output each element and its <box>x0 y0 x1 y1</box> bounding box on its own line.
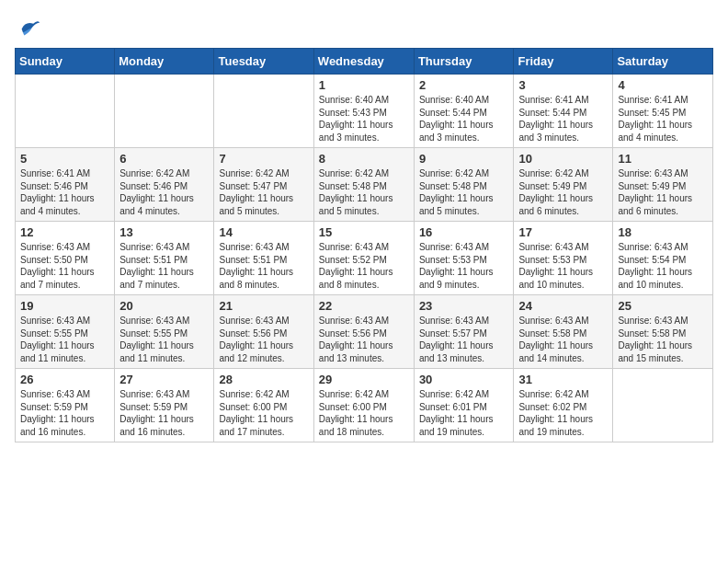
day-number: 9 <box>419 152 509 166</box>
calendar-cell: 15Sunrise: 6:43 AMSunset: 5:52 PMDayligh… <box>313 222 414 295</box>
week-row-5: 26Sunrise: 6:43 AMSunset: 5:59 PMDayligh… <box>16 369 713 442</box>
day-number: 22 <box>319 299 409 313</box>
cell-content: Sunrise: 6:40 AMSunset: 5:44 PMDaylight:… <box>419 94 509 144</box>
calendar-cell: 28Sunrise: 6:42 AMSunset: 6:00 PMDayligh… <box>214 369 313 442</box>
calendar-cell: 2Sunrise: 6:40 AMSunset: 5:44 PMDaylight… <box>414 75 514 148</box>
day-number: 3 <box>518 78 608 92</box>
cell-content: Sunrise: 6:43 AMSunset: 5:53 PMDaylight:… <box>518 241 608 291</box>
day-number: 14 <box>219 225 308 239</box>
calendar-cell: 14Sunrise: 6:43 AMSunset: 5:51 PMDayligh… <box>214 222 313 295</box>
calendar-cell: 29Sunrise: 6:42 AMSunset: 6:00 PMDayligh… <box>313 369 414 442</box>
calendar-cell <box>16 75 115 148</box>
header-day-tuesday: Tuesday <box>214 49 313 75</box>
day-number: 11 <box>618 152 708 166</box>
calendar-cell: 23Sunrise: 6:43 AMSunset: 5:57 PMDayligh… <box>414 295 514 369</box>
day-number: 8 <box>319 152 409 166</box>
cell-content: Sunrise: 6:42 AMSunset: 6:00 PMDaylight:… <box>219 388 308 438</box>
header-day-monday: Monday <box>115 49 214 75</box>
week-row-1: 1Sunrise: 6:40 AMSunset: 5:43 PMDaylight… <box>16 75 713 148</box>
cell-content: Sunrise: 6:42 AMSunset: 5:46 PMDaylight:… <box>119 167 209 217</box>
cell-content: Sunrise: 6:43 AMSunset: 5:49 PMDaylight:… <box>618 167 708 217</box>
cell-content: Sunrise: 6:43 AMSunset: 5:56 PMDaylight:… <box>219 315 308 364</box>
cell-content: Sunrise: 6:43 AMSunset: 5:51 PMDaylight:… <box>119 241 209 291</box>
header-row: SundayMondayTuesdayWednesdayThursdayFrid… <box>16 49 713 75</box>
cell-content: Sunrise: 6:43 AMSunset: 5:54 PMDaylight:… <box>618 241 708 291</box>
header-day-wednesday: Wednesday <box>313 49 414 75</box>
cell-content: Sunrise: 6:43 AMSunset: 5:58 PMDaylight:… <box>618 315 708 364</box>
day-number: 25 <box>618 299 708 313</box>
calendar-cell: 5Sunrise: 6:41 AMSunset: 5:46 PMDaylight… <box>16 148 115 222</box>
calendar-cell: 31Sunrise: 6:42 AMSunset: 6:02 PMDayligh… <box>514 369 613 442</box>
cell-content: Sunrise: 6:42 AMSunset: 6:01 PMDaylight:… <box>419 388 509 438</box>
day-number: 20 <box>119 299 209 313</box>
day-number: 10 <box>518 152 608 166</box>
header-day-friday: Friday <box>514 49 613 75</box>
cell-content: Sunrise: 6:43 AMSunset: 5:55 PMDaylight:… <box>119 315 209 364</box>
cell-content: Sunrise: 6:43 AMSunset: 5:55 PMDaylight:… <box>20 315 109 364</box>
cell-content: Sunrise: 6:42 AMSunset: 5:47 PMDaylight:… <box>219 167 308 217</box>
cell-content: Sunrise: 6:43 AMSunset: 5:53 PMDaylight:… <box>419 241 509 291</box>
calendar-cell: 25Sunrise: 6:43 AMSunset: 5:58 PMDayligh… <box>613 295 713 369</box>
calendar-cell: 10Sunrise: 6:42 AMSunset: 5:49 PMDayligh… <box>514 148 613 222</box>
calendar-cell: 22Sunrise: 6:43 AMSunset: 5:56 PMDayligh… <box>313 295 414 369</box>
cell-content: Sunrise: 6:43 AMSunset: 5:52 PMDaylight:… <box>319 241 409 291</box>
day-number: 29 <box>319 373 409 386</box>
day-number: 4 <box>618 78 708 92</box>
cell-content: Sunrise: 6:42 AMSunset: 6:02 PMDaylight:… <box>518 388 608 438</box>
cell-content: Sunrise: 6:42 AMSunset: 6:00 PMDaylight:… <box>319 388 409 438</box>
day-number: 5 <box>20 152 109 166</box>
calendar-cell: 4Sunrise: 6:41 AMSunset: 5:45 PMDaylight… <box>613 75 713 148</box>
calendar-cell: 18Sunrise: 6:43 AMSunset: 5:54 PMDayligh… <box>613 222 713 295</box>
cell-content: Sunrise: 6:42 AMSunset: 5:48 PMDaylight:… <box>419 167 509 217</box>
day-number: 23 <box>419 299 509 313</box>
calendar-cell <box>214 75 313 148</box>
day-number: 28 <box>219 373 308 386</box>
day-number: 27 <box>119 373 209 386</box>
calendar-cell: 20Sunrise: 6:43 AMSunset: 5:55 PMDayligh… <box>115 295 214 369</box>
day-number: 15 <box>319 225 409 239</box>
day-number: 21 <box>219 299 308 313</box>
logo <box>15 15 42 40</box>
calendar-cell: 12Sunrise: 6:43 AMSunset: 5:50 PMDayligh… <box>16 222 115 295</box>
calendar-cell: 30Sunrise: 6:42 AMSunset: 6:01 PMDayligh… <box>414 369 514 442</box>
calendar-cell <box>115 75 214 148</box>
day-number: 16 <box>419 225 509 239</box>
day-number: 18 <box>618 225 708 239</box>
calendar-cell: 1Sunrise: 6:40 AMSunset: 5:43 PMDaylight… <box>313 75 414 148</box>
cell-content: Sunrise: 6:41 AMSunset: 5:46 PMDaylight:… <box>20 167 109 217</box>
week-row-4: 19Sunrise: 6:43 AMSunset: 5:55 PMDayligh… <box>16 295 713 369</box>
header-day-saturday: Saturday <box>613 49 713 75</box>
calendar-cell: 13Sunrise: 6:43 AMSunset: 5:51 PMDayligh… <box>115 222 214 295</box>
day-number: 2 <box>419 78 509 92</box>
cell-content: Sunrise: 6:42 AMSunset: 5:49 PMDaylight:… <box>518 167 608 217</box>
calendar-cell: 9Sunrise: 6:42 AMSunset: 5:48 PMDaylight… <box>414 148 514 222</box>
day-number: 24 <box>518 299 608 313</box>
cell-content: Sunrise: 6:43 AMSunset: 5:56 PMDaylight:… <box>319 315 409 364</box>
cell-content: Sunrise: 6:43 AMSunset: 5:57 PMDaylight:… <box>419 315 509 364</box>
cell-content: Sunrise: 6:40 AMSunset: 5:43 PMDaylight:… <box>319 94 409 144</box>
day-number: 19 <box>20 299 109 313</box>
day-number: 13 <box>119 225 209 239</box>
week-row-2: 5Sunrise: 6:41 AMSunset: 5:46 PMDaylight… <box>16 148 713 222</box>
header-day-sunday: Sunday <box>16 49 115 75</box>
cell-content: Sunrise: 6:43 AMSunset: 5:59 PMDaylight:… <box>20 388 109 438</box>
cell-content: Sunrise: 6:43 AMSunset: 5:50 PMDaylight:… <box>20 241 109 291</box>
calendar-cell: 11Sunrise: 6:43 AMSunset: 5:49 PMDayligh… <box>613 148 713 222</box>
page-header <box>15 15 713 40</box>
calendar-cell: 6Sunrise: 6:42 AMSunset: 5:46 PMDaylight… <box>115 148 214 222</box>
header-day-thursday: Thursday <box>414 49 514 75</box>
logo-bird-icon <box>17 15 42 40</box>
day-number: 30 <box>419 373 509 386</box>
calendar-cell: 24Sunrise: 6:43 AMSunset: 5:58 PMDayligh… <box>514 295 613 369</box>
calendar-cell: 21Sunrise: 6:43 AMSunset: 5:56 PMDayligh… <box>214 295 313 369</box>
cell-content: Sunrise: 6:41 AMSunset: 5:45 PMDaylight:… <box>618 94 708 144</box>
calendar-cell: 8Sunrise: 6:42 AMSunset: 5:48 PMDaylight… <box>313 148 414 222</box>
day-number: 26 <box>20 373 109 386</box>
day-number: 31 <box>518 373 608 386</box>
cell-content: Sunrise: 6:43 AMSunset: 5:51 PMDaylight:… <box>219 241 308 291</box>
day-number: 12 <box>20 225 109 239</box>
calendar-cell: 3Sunrise: 6:41 AMSunset: 5:44 PMDaylight… <box>514 75 613 148</box>
calendar-cell: 27Sunrise: 6:43 AMSunset: 5:59 PMDayligh… <box>115 369 214 442</box>
cell-content: Sunrise: 6:41 AMSunset: 5:44 PMDaylight:… <box>518 94 608 144</box>
calendar-cell: 16Sunrise: 6:43 AMSunset: 5:53 PMDayligh… <box>414 222 514 295</box>
